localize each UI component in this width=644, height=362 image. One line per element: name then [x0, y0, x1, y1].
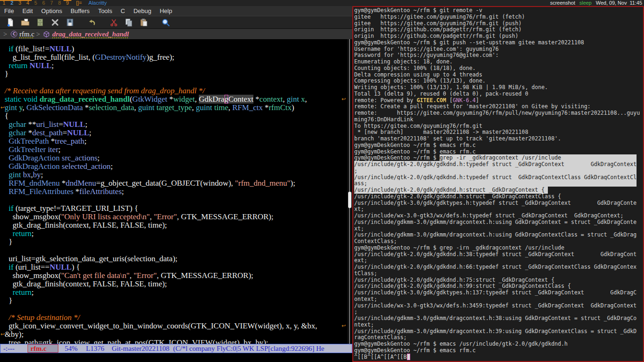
terminal-line: /usr/include/wx-3.0-gtk3/wx/defs.h:typed… — [354, 213, 642, 219]
status-item: screenshot — [550, 0, 575, 6]
directory-icon — [35, 18, 45, 27]
paste-button[interactable] — [138, 17, 150, 28]
terminal-text: gym@gymDeskGentoo ~/rfm $ emacs rfm.c — [354, 148, 476, 155]
copy-button[interactable] — [123, 17, 135, 28]
terminal-text: /usr/include/gdkmm-3.0/gdkmm/dragcontext… — [354, 231, 637, 238]
code-line — [5, 196, 352, 204]
open-file-button[interactable] — [19, 17, 31, 28]
code-line: show_msgbox("Only URI lists accepted\n",… — [5, 213, 352, 221]
code-token: fileAttributes — [79, 187, 122, 196]
close-buffer-button[interactable] — [49, 17, 61, 28]
menu-item-buffers[interactable]: Buffers — [66, 7, 94, 14]
terminal-text: Compressing objects: 100% (13/13), done. — [354, 77, 485, 84]
save-button[interactable] — [64, 17, 76, 28]
code-token: ) — [292, 103, 294, 112]
terminal-line: Enumerating objects: 18, done. — [354, 59, 642, 65]
breadcrumb-file[interactable]: rfm.c — [19, 30, 34, 38]
search-button[interactable] — [160, 17, 172, 28]
code-token: (file_list!= — [14, 44, 49, 53]
code-token: , — [130, 271, 134, 280]
terminal-text: origin https://github.com/padgettr/rfm.g… — [354, 26, 522, 33]
terminal-text: GITEE.COM — [417, 97, 446, 104]
terminal-text: branch 'master20221108' set up to track … — [354, 135, 561, 142]
tag-7[interactable]: 7 — [48, 0, 56, 6]
status-text: screenshotsleepWed, 09, Nov 11:45 — [550, 0, 644, 6]
terminal-text: /usr/include/gtk-2.0/gdk/gdkdnd.h:75:str… — [354, 277, 554, 283]
modeline-buffer-name[interactable]: rfm.c — [28, 344, 58, 353]
terminal-text: ontext; — [354, 296, 377, 302]
scrollbar-thumb[interactable] — [348, 192, 351, 208]
code-token: , — [192, 103, 196, 112]
tag-5[interactable]: 5 — [32, 0, 40, 6]
terminal-line: gym@gymDeskGentoo ~/rfm $ grep -irn _gdk… — [354, 245, 642, 251]
code-buffer[interactable]: if (file_list!=NULL) g_list_free_full(fi… — [0, 39, 352, 344]
code-token: (uri_list== — [14, 263, 49, 272]
menu-item-file[interactable]: File — [0, 7, 18, 14]
code-token: * — [167, 95, 173, 104]
tag-8[interactable]: 8 — [56, 0, 63, 6]
code-line: if (uri_list==NULL) { — [5, 263, 352, 272]
cut-button[interactable] — [108, 17, 120, 28]
terminal-line: ContextClass; — [354, 238, 642, 245]
menu-item-debug[interactable]: Debug — [129, 7, 155, 14]
terminal-text: /usr/include/gdkmm-3.0/gdkmm/dragcontext… — [354, 315, 637, 321]
desktop: 123456789 []= Alacritty screenshotsleepW… — [0, 0, 644, 362]
tag-3[interactable]: 3 — [16, 0, 24, 6]
modeline-git-branch[interactable]: Git-master20221108 — [112, 345, 169, 353]
terminal-text: xt; — [354, 206, 364, 212]
open-file-icon — [21, 18, 30, 27]
terminal-line: Writing objects: 100% (13/13), 1.98 KiB … — [354, 84, 642, 91]
tag-6[interactable]: 6 — [40, 0, 48, 6]
terminal-line: origin https://github.com/padgettr/rfm.g… — [354, 27, 642, 33]
code-token: selection_data — [89, 103, 134, 112]
tag-4[interactable]: 4 — [24, 0, 32, 6]
breadcrumb-symbol[interactable]: drag_data_received_handl — [52, 30, 129, 38]
terminal-line: gym@gymDeskGentoo ~/rfm $ emacs rfm.c — [354, 142, 642, 149]
menu-item-tools[interactable]: Tools — [94, 7, 116, 14]
terminal-line: /usr/include/gdkmm-3.0/gdkmm/dragcontext… — [354, 219, 642, 226]
code-token — [5, 145, 9, 154]
menu-item-edit[interactable]: Edit — [18, 7, 37, 14]
terminal-line: gym@gymDeskGentoo ~/rfm $ grep -ir _gdkd… — [354, 155, 642, 161]
terminal-text: /usr/include/gtk-2.0/gdk/gdkdnd.h:38:typ… — [354, 251, 637, 258]
scrollbar[interactable] — [347, 39, 352, 344]
tag-2[interactable]: 2 — [8, 0, 16, 6]
tag-9[interactable]: 9 — [63, 0, 71, 6]
code-token — [5, 128, 9, 137]
code-token: "rfm_dnd_menu" — [235, 179, 291, 188]
terminal-text: Username for 'https://gitee.com': guyumi… — [354, 46, 499, 52]
code-token: ; — [32, 229, 34, 238]
terminal-text: remote: https://gitee.com/guyuming76/rfm… — [354, 110, 640, 116]
terminal-text: /usr/include/gtk-3.0/gdk/gdktypes.h:137:… — [354, 289, 637, 296]
code-token: "Can't get file data\n" — [61, 271, 130, 280]
code-token: /* Setup destination */ — [9, 313, 80, 322]
new-file-button[interactable] — [4, 17, 16, 28]
layout-symbol[interactable]: []= — [76, 0, 82, 6]
terminal-text: gym@gymDeskGentoo ~/rfm $ emacs /usr/inc… — [354, 341, 567, 347]
code-token: , — [134, 103, 138, 112]
code-token: guint — [196, 103, 212, 112]
code-token: drag_data_received_handl — [40, 95, 130, 104]
code-token: ; — [89, 128, 91, 137]
directory-button[interactable] — [34, 17, 46, 28]
terminal-text: /usr/include/gtk-2.0/gdk/gdkdnd.h:99:str… — [354, 283, 571, 289]
menu-item-c[interactable]: C — [116, 7, 129, 14]
code-token: uri_list=gtk_selection_data_get_uris(sel… — [5, 254, 177, 263]
code-token: ; — [111, 162, 113, 171]
undo-button[interactable] — [86, 17, 98, 28]
menu-item-help[interactable]: Help — [155, 7, 176, 14]
menu-item-options[interactable]: Options — [37, 7, 66, 14]
code-line: GtkTreePath *tree_path; — [5, 137, 352, 146]
code-token: g_list_free_full(file_list, ( — [5, 53, 95, 62]
code-line: if (target_type!=TARGET_URI_LIST) { — [5, 204, 352, 213]
tag-1[interactable]: 1 — [0, 0, 8, 6]
terminal-text: Delta compression using up to 4 threads — [354, 71, 482, 78]
code-token: dndMenu — [66, 179, 96, 188]
terminal-line: ontext; — [354, 296, 642, 303]
code-token: ; — [52, 61, 54, 70]
alacritty-window[interactable]: gym@gymDeskGentoo ~/rfm $ git remote -vg… — [352, 6, 644, 362]
terminal-line: * [new branch] master20221108 -> master2… — [354, 129, 642, 136]
terminal-line: /usr/include/gdkmm-3.0/gdkmm/dragcontext… — [354, 328, 642, 335]
code-token: * — [263, 103, 269, 112]
code-token: guint — [138, 103, 154, 112]
